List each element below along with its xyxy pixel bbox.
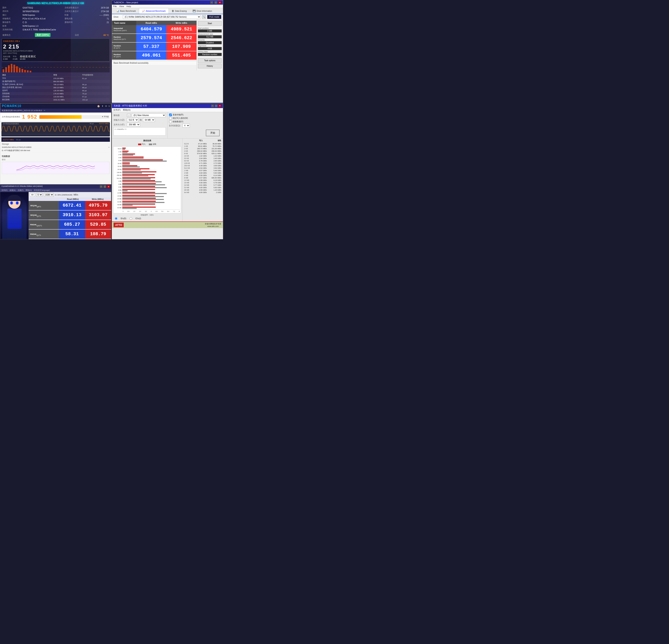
pcmark-score-area: 文件系统监控基准测试 1 952 ▼ 平均值 (0, 113, 111, 121)
atto-row-size: 2 MB (184, 172, 192, 174)
tx-write-value: 551.405 (167, 51, 197, 60)
prewrite-value: Disabled (198, 41, 222, 44)
atto-bar-label: 2 MB (113, 183, 122, 186)
atto-browse-button[interactable]: ... (127, 114, 131, 117)
maximize-button[interactable]: □ (214, 1, 217, 4)
atto-bar-group (122, 189, 180, 191)
cdm-menu-settings[interactable]: 设置(S) (10, 189, 16, 191)
atto-bar-group (122, 147, 180, 150)
tab-data-erasing[interactable]: 🗑 Data Erasing (169, 8, 190, 14)
atto-read-bar (122, 178, 151, 180)
atto-verify-checkbox[interactable] (169, 120, 172, 123)
atto-menu-file[interactable]: 文件(F) (113, 109, 120, 112)
atto-bar-group (122, 183, 180, 186)
menu-view[interactable]: View (119, 5, 124, 8)
cdm-close-button[interactable]: ✕ (107, 185, 110, 188)
atto-row-read: 2 GB/s (208, 191, 221, 194)
atto-data-row: 512 B 47.24 MB/s 38.48 MB/s (184, 143, 221, 145)
atto-row-write: 4.54 GB/s (194, 167, 207, 169)
atto-bar-label: 4 MB (113, 186, 122, 189)
measure-value: 512 MB (198, 35, 222, 38)
atto-read-bar (122, 199, 164, 200)
start-button[interactable]: Start (198, 21, 222, 26)
atto-notes-text: << miaoshu >> (114, 128, 127, 130)
atto-row-size: 4 KB (184, 150, 192, 152)
atto-write-bar (122, 162, 130, 163)
menu-file[interactable]: File (113, 5, 117, 8)
health-value: 良好 (100%) (35, 33, 51, 37)
tx-sidebar: Start Start position: 0 MB Measurement s… (197, 20, 223, 70)
atto-write-bar (122, 180, 155, 181)
atto-bar-label: 1 KB (113, 151, 122, 153)
cdm-menu-lang[interactable]: 语言(语言language) (34, 189, 50, 191)
atto-bar-label: 1 MB (113, 180, 122, 183)
txbench-window-title: TxBENCH – New project (114, 1, 138, 4)
atto-bar-label: 8 MB (113, 189, 122, 191)
atto-minimize-button[interactable]: − (211, 104, 214, 107)
cdm-count-select[interactable]: 5 (36, 193, 43, 197)
score-meta-own: 2 215 (3, 58, 8, 60)
atto-stats-section: 写入 读取 512 B 47.24 MB/s 38.48 MB/s 1 KB 9… (182, 139, 223, 221)
atto-bs-radio[interactable] (115, 217, 117, 220)
atto-start-button[interactable]: 开始 (206, 130, 219, 136)
file-mode-button[interactable]: FILE mode (207, 15, 221, 19)
samsung-title: SAMSUNG MZVL21T0HCLR-00B00 1024.2 GB (2, 2, 110, 5)
atto-write-bar (122, 206, 156, 207)
cdm-menu-file[interactable]: 文件(F) (1, 189, 8, 191)
samsung-serial: S676NX0T805232 (22, 10, 64, 13)
menu-help[interactable]: Help (126, 5, 131, 8)
cdm-menu-help[interactable]: 帮助(H) (26, 189, 32, 191)
tab-advanced-benchmark[interactable]: 📈 Advanced Benchmark (139, 8, 169, 14)
atto-transfer-from-select[interactable]: 512 B (127, 118, 139, 122)
atto-chart: 512 B1 KB2 KB4 KB8 KB16 KB32 KB64 KB128 … (113, 146, 181, 213)
atto-row-size: 64 KB (184, 160, 192, 162)
atto-bar-label: 64 KB (113, 168, 122, 171)
atto-direct-checkbox[interactable] (169, 114, 172, 116)
atto-ios-radio[interactable] (130, 217, 132, 220)
tab-basic-benchmark[interactable]: 📊 Basic Benchmark (113, 8, 139, 14)
history-button[interactable]: History (198, 64, 222, 68)
cdm-menu-theme[interactable]: 主题(T) (18, 189, 24, 191)
atto-row-write: 4.71 GB/s (194, 162, 207, 164)
write-legend-color (138, 144, 141, 145)
cdm-size-select[interactable]: 1GiB (44, 193, 54, 197)
atto-bar-label: 8 KB (113, 159, 122, 162)
atto-row-read: 1.02 GB/s (208, 155, 221, 157)
atto-transfer-to-select[interactable]: 64 MB (143, 118, 155, 122)
atto-queue-select[interactable]: 4 (183, 124, 190, 128)
task-options-button[interactable]: Task options (198, 58, 222, 63)
atto-drive-select[interactable]: (D:) New Volume (132, 113, 166, 117)
drive-select[interactable]: (C:) NVMe SAMSUNG MZVL21T0 299.29 GB (62… (123, 15, 201, 19)
atto-bar-label: 64 MB (113, 206, 122, 209)
cdm-read-value: 685.27 (59, 220, 85, 229)
cdm-maximize-button[interactable]: □ (103, 185, 106, 188)
atto-menu-help[interactable]: 帮助(H) (123, 109, 130, 112)
mini-histogram (2, 62, 110, 72)
atto-filesize-select[interactable]: 256 MB (127, 123, 140, 127)
tx-content-area: Task name Read mB/s Write mB/s Sequentia… (112, 20, 223, 70)
atto-bypass-checkbox[interactable] (169, 117, 172, 120)
tab-drive-information[interactable]: 💾 Drive Information (190, 8, 215, 14)
tab-advanced-label: Advanced Benchmark (146, 10, 166, 12)
drive-scan-button[interactable]: 🔍 (202, 15, 206, 19)
atto-queue-label: 队列深度(Q): (169, 124, 181, 127)
tx-read-value: 2579.574 (136, 34, 167, 42)
start-pos-value: 0 MB (198, 29, 222, 32)
atto-maximize-button[interactable]: □ (215, 104, 217, 107)
temp-value: 48 °C (103, 34, 109, 36)
atto-row-read: 3.94 GB/s (208, 167, 221, 169)
atto-y-labels: 512 B1 KB2 KB4 KB8 KB16 KB32 KB64 KB128 … (113, 147, 122, 209)
cdm-minimize-button[interactable]: − (100, 185, 103, 188)
bench-row: 写 (顺序 [256KB, 最大64])708.10 MB/s96 μs (2, 83, 110, 86)
panel-cdm: CrystalDiskMark 8.0.5 Shizuku Edition x6… (0, 184, 111, 239)
minimize-button[interactable]: − (210, 1, 213, 4)
atto-write-bar (122, 171, 156, 172)
health-row: 健康状态 良好 (100%) 温度 48 °C (2, 33, 110, 37)
atto-right-config: 直接传输(R). 绕过写入缓存(W) 校验数据(V) 队列深度(Q): 4 (168, 112, 223, 138)
atto-close-button[interactable]: ✕ (218, 104, 221, 107)
atto-data-row: 512 KB 4.54 GB/s 3.94 GB/s (184, 167, 221, 169)
score-fw: 运行: GXA7701Q (3, 52, 108, 55)
atto-data-row: 8 MB 4.57 GB/s 695.65 MB/s (184, 176, 221, 179)
atto-row-size: 512 B (184, 143, 192, 145)
close-button[interactable]: ✕ (218, 1, 221, 4)
